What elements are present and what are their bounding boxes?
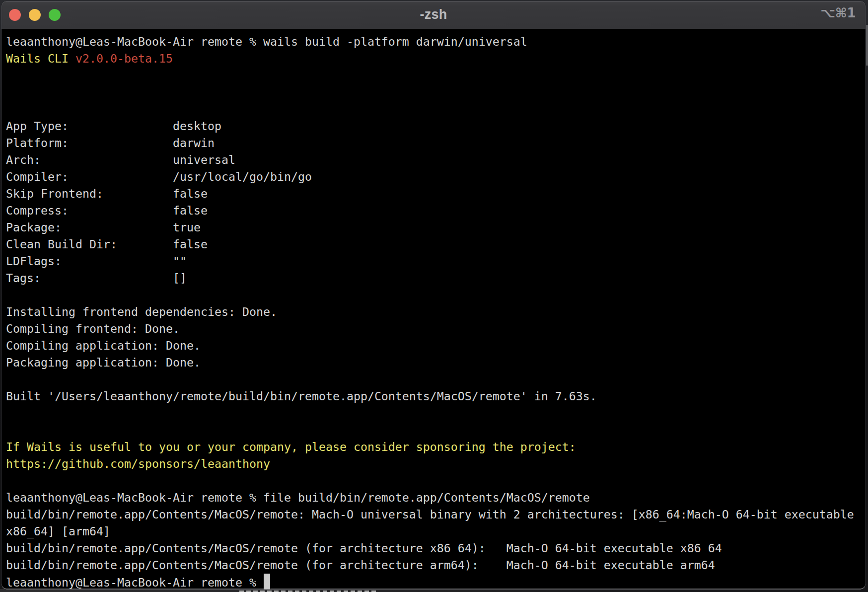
terminal-text: App Type: desktop	[6, 119, 221, 133]
zoom-button[interactable]	[49, 9, 61, 21]
terminal-line: Packaging application: Done.	[6, 354, 866, 371]
terminal-text: v2.0.0-beta.15	[75, 52, 173, 65]
terminal-text: Platform: darwin	[6, 136, 215, 149]
terminal-line	[6, 371, 866, 388]
terminal-text: Packaging application: Done.	[6, 356, 201, 369]
terminal-line: leaanthony@Leas-MacBook-Air remote % fil…	[6, 489, 866, 506]
terminal-text: build/bin/remote.app/Contents/MacOS/remo…	[6, 541, 722, 555]
terminal-line: Arch: universal	[6, 151, 866, 168]
terminal-line: build/bin/remote.app/Contents/MacOS/remo…	[6, 540, 866, 557]
terminal-line: x86_64] [arm64]	[6, 523, 866, 540]
terminal-text: Arch: universal	[6, 153, 235, 166]
terminal-line: leaanthony@Leas-MacBook-Air remote % wai…	[6, 33, 866, 50]
terminal-cursor	[264, 574, 270, 590]
terminal-line	[6, 101, 866, 118]
terminal-text: If Wails is useful to you or your compan…	[6, 440, 576, 453]
terminal-text: Wails CLI	[6, 52, 75, 65]
terminal-text: leaanthony@Leas-MacBook-Air remote % wai…	[6, 35, 527, 48]
terminal-text: x86_64] [arm64]	[6, 524, 110, 538]
terminal-line: Skip Frontend: false	[6, 185, 866, 202]
terminal-text: Compiling frontend: Done.	[6, 322, 180, 335]
terminal-text: Compiler: /usr/local/go/bin/go	[6, 170, 312, 183]
terminal-line	[6, 287, 866, 303]
terminal-line: Wails CLI v2.0.0-beta.15	[6, 50, 866, 67]
terminal-text: Clean Build Dir: false	[6, 237, 208, 251]
terminal-text: leaanthony@Leas-MacBook-Air remote %	[6, 576, 263, 589]
terminal-window: -zsh ⌥⌘1 leaanthony@Leas-MacBook-Air rem…	[1, 1, 866, 590]
terminal-line	[6, 472, 866, 489]
traffic-lights	[9, 1, 61, 29]
terminal-text: Compiling application: Done.	[6, 339, 201, 352]
terminal-line: Tags: []	[6, 270, 866, 287]
terminal-line: build/bin/remote.app/Contents/MacOS/remo…	[6, 506, 866, 523]
terminal-line: https://github.com/sponsors/leaanthony	[6, 455, 866, 472]
minimize-button[interactable]	[29, 9, 41, 21]
terminal-text: build/bin/remote.app/Contents/MacOS/remo…	[6, 508, 854, 521]
terminal-line: Compiler: /usr/local/go/bin/go	[6, 168, 866, 185]
terminal-line: Installing frontend dependencies: Done.	[6, 303, 866, 320]
terminal-line: build/bin/remote.app/Contents/MacOS/remo…	[6, 557, 866, 574]
terminal-line: leaanthony@Leas-MacBook-Air remote %	[6, 574, 866, 590]
terminal-line: Clean Build Dir: false	[6, 236, 866, 253]
terminal-line	[6, 84, 866, 101]
terminal-output[interactable]: leaanthony@Leas-MacBook-Air remote % wai…	[1, 30, 866, 590]
terminal-line	[6, 67, 866, 84]
window-shortcut-indicator: ⌥⌘1	[820, 1, 856, 29]
terminal-text: Package: true	[6, 221, 201, 234]
terminal-text: Built '/Users/leaanthony/remote/build/bi…	[6, 389, 597, 403]
terminal-line: If Wails is useful to you or your compan…	[6, 439, 866, 455]
terminal-line: App Type: desktop	[6, 118, 866, 135]
terminal-text: build/bin/remote.app/Contents/MacOS/remo…	[6, 558, 715, 572]
terminal-line: Platform: darwin	[6, 135, 866, 151]
title-bar[interactable]: -zsh ⌥⌘1	[1, 1, 866, 29]
terminal-line: Compiling frontend: Done.	[6, 320, 866, 337]
terminal-line: Built '/Users/leaanthony/remote/build/bi…	[6, 388, 866, 405]
terminal-text: Installing frontend dependencies: Done.	[6, 305, 277, 318]
terminal-line: Compress: false	[6, 202, 866, 219]
close-button[interactable]	[9, 9, 21, 21]
terminal-text: LDFlags: ""	[6, 254, 187, 268]
terminal-line	[6, 405, 866, 422]
background-window-edge	[867, 25, 868, 66]
terminal-line: Package: true	[6, 219, 866, 236]
terminal-line: Compiling application: Done.	[6, 337, 866, 354]
terminal-text: Skip Frontend: false	[6, 187, 208, 200]
terminal-line	[6, 422, 866, 439]
desktop-background: { "window": { "title": "-zsh", "shortcut…	[0, 0, 868, 592]
terminal-text: Compress: false	[6, 204, 208, 217]
window-title: -zsh	[420, 8, 447, 22]
terminal-text: Tags: []	[6, 271, 187, 285]
terminal-text: leaanthony@Leas-MacBook-Air remote % fil…	[6, 491, 590, 504]
terminal-line: LDFlags: ""	[6, 253, 866, 270]
terminal-text: https://github.com/sponsors/leaanthony	[6, 457, 270, 470]
